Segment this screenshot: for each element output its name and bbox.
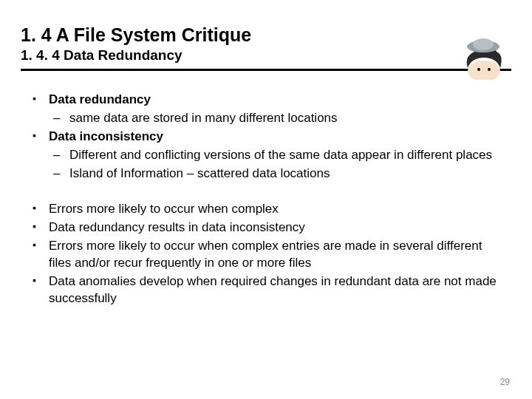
list-item: Data anomalies develop when required cha… bbox=[33, 273, 499, 307]
list-item: Data redundancy results in data inconsis… bbox=[33, 219, 499, 236]
svg-point-0 bbox=[468, 61, 500, 80]
slide-header: 1. 4 A File System Critique 1. 4. 4 Data… bbox=[0, 0, 532, 77]
list-subitem: Island of Information – scattered data l… bbox=[53, 166, 499, 183]
page-number: 29 bbox=[500, 377, 510, 387]
svg-point-2 bbox=[473, 38, 494, 50]
list-subitem: same data are stored in many different l… bbox=[53, 110, 499, 127]
list-item: Data redundancy bbox=[33, 92, 499, 109]
bullet-group-2: Errors more likely to occur when complex… bbox=[33, 201, 499, 307]
list-item: Errors more likely to occur when complex… bbox=[33, 238, 499, 272]
title-divider bbox=[21, 69, 511, 71]
slide-content: Data redundancy same data are stored in … bbox=[0, 77, 532, 307]
list-subitem: Different and conflicting versions of th… bbox=[53, 147, 499, 164]
slide-title: 1. 4 A File System Critique bbox=[21, 24, 511, 46]
avatar-icon bbox=[460, 35, 508, 80]
svg-point-3 bbox=[477, 68, 480, 71]
bullet-group-1: Data redundancy same data are stored in … bbox=[33, 92, 499, 183]
svg-point-4 bbox=[488, 68, 491, 71]
list-item: Errors more likely to occur when complex bbox=[33, 201, 499, 218]
list-item: Data inconsistency bbox=[33, 129, 499, 146]
slide: 1. 4 A File System Critique 1. 4. 4 Data… bbox=[0, 0, 532, 399]
slide-subtitle: 1. 4. 4 Data Redundancy bbox=[21, 47, 511, 64]
